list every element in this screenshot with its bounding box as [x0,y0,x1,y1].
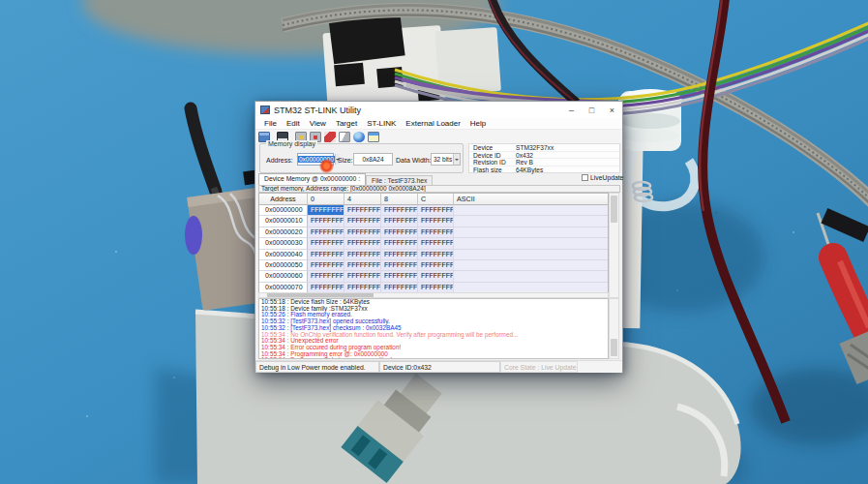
menubar: FileEditViewTargetST-LINKExternal Loader… [255,118,622,130]
ascii-cell[interactable] [454,250,608,260]
value-cell[interactable]: FFFFFFFF [381,205,418,216]
menu-item[interactable]: Help [465,119,491,128]
value-cell[interactable]: FFFFFFFF [344,227,381,238]
value-cell[interactable]: FFFFFFFF [381,260,418,271]
memory-tabs: Device Memory @ 0x00000000 : File : Test… [258,173,433,185]
address-label: Address: [266,157,293,164]
value-cell[interactable]: FFFFFFFF [381,250,418,260]
address-cell[interactable]: 0x00000000 [259,205,308,216]
tab-file[interactable]: File : TestF373.hex [366,175,433,185]
device-info-row: Device STM32F37xx [469,144,619,152]
scrollbar-thumb[interactable] [611,339,617,356]
value-cell[interactable]: FFFFFFFF [418,216,454,227]
size-label: Size: [338,157,353,164]
status-bar: Debug in Low Power mode enabled. Device … [255,360,622,373]
value-cell[interactable]: FFFFFFFF [344,271,381,282]
ascii-cell[interactable] [454,227,608,238]
header-address: Address [259,194,308,205]
app-icon [260,106,270,114]
header-8: 8 [381,194,418,205]
table-row: 0x00000030 FFFFFFFF FFFFFFFF FFFFFFFF FF… [259,238,608,249]
value-cell[interactable]: FFFFFFFF [418,227,454,238]
program-verify-icon[interactable] [339,132,350,142]
value-cell[interactable]: FFFFFFFF [344,216,381,227]
value-cell[interactable]: FFFFFFFF [418,271,454,282]
maximize-button[interactable]: □ [582,102,602,118]
status-device-id: Device ID:0x432 [379,361,500,373]
scrollbar-thumb[interactable] [611,196,617,223]
device-info-label: Device [473,144,516,151]
value-cell[interactable]: FFFFFFFF [308,216,344,227]
value-cell[interactable]: FFFFFFFF [418,260,454,271]
device-info-value: 0x432 [516,152,619,159]
memory-vertical-scrollbar[interactable] [609,193,619,298]
value-cell[interactable]: FFFFFFFF [344,205,381,216]
value-cell[interactable]: FFFFFFFF [308,238,344,249]
table-row: 0x00000010 FFFFFFFF FFFFFFFF FFFFFFFF FF… [259,216,608,227]
address-range-text: Target memory, Address range: [0x0000000… [258,185,620,193]
memory-table: Address 0 4 8 C ASCII 0x00000000 FFFFFFF… [258,193,609,294]
device-info-row: Revision ID Rev B [469,159,619,166]
window-title: STM32 ST-LINK Utility [274,106,561,115]
data-width-value: 32 bits [434,156,452,163]
ascii-cell[interactable] [454,271,608,282]
ascii-cell[interactable] [454,260,608,271]
menu-item[interactable]: View [305,119,331,128]
value-cell[interactable]: FFFFFFFF [418,205,454,216]
log-line: 10:58:04 : Error occured during memory w… [261,357,608,359]
log-vertical-scrollbar[interactable] [609,298,619,359]
menu-item[interactable]: File [259,119,282,128]
device-info-row: Device ID 0x432 [469,152,619,160]
data-width-select[interactable]: 32 bits [431,153,461,166]
data-width-arrow-icon[interactable] [453,154,460,165]
live-update-label: LiveUpdate [590,174,623,181]
address-cell[interactable]: 0x00000050 [259,260,308,271]
minimize-button[interactable]: – [561,102,582,118]
target-program-icon[interactable] [353,132,365,142]
menu-item[interactable]: ST-LINK [362,119,401,128]
size-input[interactable]: 0x8A24 [353,153,393,166]
value-cell[interactable]: FFFFFFFF [418,250,454,260]
tab-device-memory[interactable]: Device Memory @ 0x00000000 : [258,173,366,185]
ascii-cell[interactable] [454,216,608,227]
device-info-panel: Device STM32F37xx Device ID 0x432 Revisi… [468,143,620,173]
device-info-value: 64KBytes [516,166,619,173]
address-cell[interactable]: 0x00000020 [259,227,308,238]
value-cell[interactable]: FFFFFFFF [344,238,381,249]
value-cell[interactable]: FFFFFFFF [381,271,418,282]
address-cell[interactable]: 0x00000060 [259,271,308,282]
value-cell[interactable]: FFFFFFFF [308,250,344,260]
address-cell[interactable]: 0x00000010 [259,216,308,227]
live-update-checkbox[interactable]: LiveUpdate [582,174,623,181]
value-cell[interactable]: FFFFFFFF [308,271,344,282]
window-controls: –□× [561,102,622,118]
value-cell[interactable]: FFFFFFFF [344,260,381,271]
value-cell[interactable]: FFFFFFFF [381,227,418,238]
menu-item[interactable]: External Loader [401,119,464,128]
memory-display-icon[interactable] [368,132,379,142]
checkbox-icon[interactable] [582,174,588,181]
erase-chip-icon[interactable] [324,132,336,142]
table-row: 0x00000040 FFFFFFFF FFFFFFFF FFFFFFFF FF… [259,250,608,260]
log-panel: 10:55:18 : Device flash Size : 64KBytes1… [258,298,609,359]
value-cell[interactable]: FFFFFFFF [344,250,381,260]
purple-component [185,216,202,255]
ascii-cell[interactable] [454,205,608,216]
value-cell[interactable]: FFFFFFFF [308,227,344,238]
address-cell[interactable]: 0x00000030 [259,238,308,249]
scrollbar-thumb[interactable] [267,293,374,297]
menu-item[interactable]: Edit [282,119,305,128]
menu-item[interactable]: Target [331,119,362,128]
address-cell[interactable]: 0x00000040 [259,250,308,260]
close-button[interactable]: × [602,102,622,118]
value-cell[interactable]: FFFFFFFF [418,238,454,249]
table-body: 0x00000000 FFFFFFFF FFFFFFFF FFFFFFFF FF… [259,205,608,293]
value-cell[interactable]: FFFFFFFF [308,205,344,216]
value-cell[interactable]: FFFFFFFF [308,260,344,271]
value-cell[interactable]: FFFFFFFF [381,216,418,227]
click-indicator [319,159,334,173]
header-ascii: ASCII [454,194,608,205]
value-cell[interactable]: FFFFFFFF [381,238,418,249]
device-info-label: Revision ID [473,159,516,166]
ascii-cell[interactable] [454,238,608,249]
